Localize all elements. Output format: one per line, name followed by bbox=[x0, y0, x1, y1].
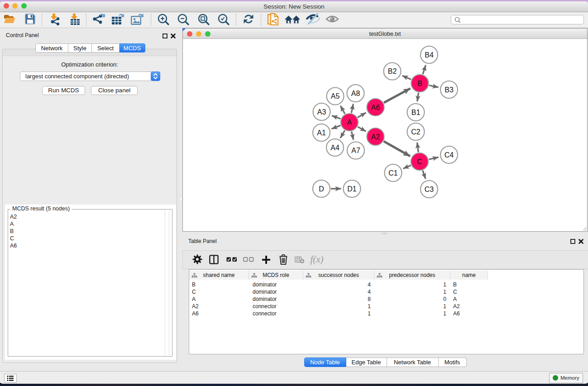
svg-text:C2: C2 bbox=[411, 128, 421, 136]
svg-text:D1: D1 bbox=[347, 185, 357, 193]
svg-text:A2: A2 bbox=[371, 133, 380, 141]
svg-text:C3: C3 bbox=[425, 186, 434, 193]
svg-text:A3: A3 bbox=[317, 108, 326, 116]
svg-text:A7: A7 bbox=[351, 147, 360, 154]
svg-text:B2: B2 bbox=[388, 67, 397, 75]
svg-text:C1: C1 bbox=[388, 169, 398, 177]
svg-text:C4: C4 bbox=[445, 151, 454, 159]
svg-text:B: B bbox=[417, 80, 422, 87]
svg-text:A5: A5 bbox=[331, 92, 340, 100]
svg-text:A8: A8 bbox=[351, 90, 360, 97]
svg-text:A4: A4 bbox=[330, 144, 339, 152]
svg-text:B3: B3 bbox=[445, 86, 454, 94]
svg-text:A: A bbox=[347, 119, 352, 126]
svg-text:C: C bbox=[417, 158, 422, 166]
svg-text:A1: A1 bbox=[317, 129, 326, 137]
svg-text:B1: B1 bbox=[411, 109, 421, 116]
svg-text:B4: B4 bbox=[425, 51, 434, 59]
svg-text:f(x): f(x) bbox=[310, 254, 323, 265]
svg-text:A6: A6 bbox=[371, 104, 380, 111]
svg-text:D: D bbox=[319, 185, 324, 193]
